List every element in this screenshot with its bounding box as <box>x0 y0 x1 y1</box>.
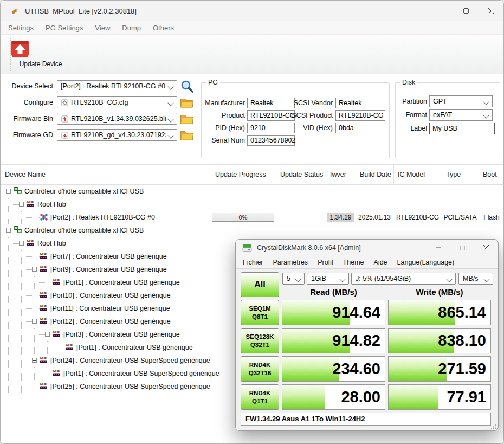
tree-guide-line <box>8 302 9 315</box>
disk-label-field[interactable]: My USB <box>429 123 495 134</box>
format-select[interactable]: exFAT <box>429 109 493 121</box>
menu-item-others[interactable]: Others <box>147 24 180 32</box>
chevron-down-icon <box>167 83 173 89</box>
menu-item-view[interactable]: View <box>89 24 116 32</box>
col-update-status[interactable]: Update Status <box>276 165 326 185</box>
firmware-bin-combo[interactable]: RTL9210B_v1.34.39.032625.bin <box>57 113 177 125</box>
browse-firmware-bin-button[interactable] <box>180 112 195 126</box>
firmware-gd-combo[interactable]: RTL9210B_gd_v4.30.23.071922.bin <box>57 129 177 141</box>
unit-select[interactable]: MB/s <box>458 273 493 285</box>
tree-row[interactable]: HUBRoot Hub <box>1 198 503 211</box>
cdm-close-button[interactable] <box>474 240 498 256</box>
tree-node-label: [Port24] : Concentrateur USB SuperSpeed … <box>50 354 210 367</box>
usb-hub-icon: HUB <box>53 278 61 287</box>
test-type-button[interactable]: RND4KQ1T1 <box>241 384 279 410</box>
col-update-progress[interactable]: Update Progress <box>211 165 276 185</box>
target-drive-select[interactable]: J: 5% (51/954GiB) <box>351 273 456 285</box>
usb-hub-icon: HUB <box>66 343 74 352</box>
tree-node-label: [Port7] : Concentrateur USB générique <box>50 250 167 263</box>
partition-select[interactable]: GPT <box>429 95 493 107</box>
tree-expander-collapse[interactable] <box>19 241 24 246</box>
type-cell: PCIE/SATA <box>442 211 479 224</box>
cdm-result-row: SEQ1MQ8T1914.64865.14 <box>236 300 498 325</box>
tree-row[interactable]: Contrôleur d’hôte compatible xHCI USB <box>1 185 503 198</box>
firmware-gd-label: Firmware GD <box>1 129 53 141</box>
cdm-maximize-button[interactable] <box>450 240 474 256</box>
test-type-button[interactable]: SEQ128KQ32T1 <box>241 328 279 353</box>
usb-hub-icon: HUB <box>40 304 48 313</box>
minimize-button[interactable] <box>429 1 454 21</box>
cdm-minimize-button[interactable] <box>427 240 450 256</box>
configure-combo[interactable]: RTL9210B_CG.cfg <box>57 96 177 108</box>
config-file-icon <box>61 99 68 106</box>
tree-row[interactable]: Contrôleur d’hôte compatible xHCI USB <box>1 224 503 237</box>
tree-expander-collapse[interactable] <box>45 332 50 337</box>
comment-box[interactable]: FW1.34.29 Asus A1 1To Win11-24H2 <box>241 413 491 426</box>
tree-connector <box>35 374 53 374</box>
close-button[interactable] <box>479 1 503 21</box>
tree-expander-collapse[interactable] <box>6 228 11 233</box>
tree-connector <box>22 387 40 387</box>
col-fwver[interactable]: fwver <box>326 165 356 185</box>
col-build-date[interactable]: Build Date <box>356 165 393 185</box>
update-device-button[interactable]: Update Device <box>10 39 71 68</box>
cdm-menu-parametres[interactable]: Paramètres <box>268 259 313 266</box>
manufacturer-label: Manufacturer <box>203 98 245 108</box>
test-type-button[interactable]: SEQ1MQ8T1 <box>241 300 279 325</box>
col-boot[interactable]: Boot <box>479 165 504 185</box>
serial-num-field[interactable]: 012345678902 <box>247 135 295 146</box>
search-device-button[interactable] <box>180 79 195 93</box>
col-ic-model[interactable]: IC Model <box>393 165 442 185</box>
tree-expander-collapse[interactable] <box>32 267 37 272</box>
read-speed-bar: 914.82 <box>282 328 385 353</box>
all-test-button[interactable]: All <box>241 272 279 297</box>
tree-connector <box>22 295 40 296</box>
speed-value: 234.60 <box>282 357 385 381</box>
cdm-menu-aide[interactable]: Aide <box>369 259 392 266</box>
usb-hub-icon: HUB <box>40 356 48 365</box>
cdm-menu-fichier[interactable]: Fichier <box>238 259 268 266</box>
menu-item-pg-settings[interactable]: PG Settings <box>40 24 89 32</box>
device-select-combo[interactable]: [Port2] : Realtek RTL9210B-CG #0 <box>57 80 177 92</box>
test-count-select[interactable]: 5 <box>282 273 305 285</box>
cdm-app-icon <box>242 243 252 252</box>
scsi-product-field[interactable]: RTL9210B-CG <box>335 110 385 121</box>
test-size-select[interactable]: 1GiB <box>307 273 349 285</box>
tree-connector <box>22 361 32 361</box>
tree-guide-line <box>8 354 9 367</box>
vid-field[interactable]: 0bda <box>335 123 385 133</box>
scsi-product-label: SCSI Product <box>282 110 333 121</box>
cdm-menu-theme[interactable]: Thème <box>338 259 369 266</box>
tree-row[interactable]: [Port2] : Realtek RTL9210B-CG #00%1.34.2… <box>1 211 503 224</box>
tree-expander-collapse[interactable] <box>19 202 24 207</box>
svg-text:HUB: HUB <box>40 305 47 308</box>
maximize-button[interactable] <box>454 1 479 21</box>
tree-node-label: [Port25] : Concentrateur USB SuperSpeed … <box>50 380 210 393</box>
grid-header: Device Name Update Progress Update Statu… <box>1 164 503 185</box>
speed-value: 77.91 <box>389 385 490 409</box>
resize-grip[interactable] <box>491 424 496 429</box>
col-device-name[interactable]: Device Name <box>1 165 211 185</box>
svg-text:HUB: HUB <box>27 201 34 204</box>
scsi-vendor-field[interactable]: Realtek <box>335 98 385 108</box>
cdm-window-title: CrystalDiskMark 8.0.6 x64 [Admin] <box>257 244 361 252</box>
toolbar: Update Device <box>1 35 503 75</box>
speed-value: 271.59 <box>389 357 490 381</box>
firmware-gd-file-icon <box>61 131 68 139</box>
usb-hub-icon: HUB <box>53 330 61 339</box>
browse-firmware-gd-button[interactable] <box>180 128 195 142</box>
partition-label: Partition <box>397 96 427 107</box>
menu-item-settings[interactable]: Settings <box>2 24 40 32</box>
cdm-menu-bar: Fichier Paramètres Profil Thème Aide Lan… <box>236 256 498 269</box>
cdm-menu-langue[interactable]: Langue(Language) <box>392 259 460 266</box>
tree-node-label: [Port10] : Concentrateur USB générique <box>50 289 171 302</box>
tree-expander-collapse[interactable] <box>32 319 37 324</box>
test-type-button[interactable]: RND4KQ32T16 <box>241 356 279 382</box>
tree-expander-collapse[interactable] <box>32 358 37 363</box>
col-type[interactable]: Type <box>442 165 479 185</box>
tree-expander-collapse[interactable] <box>6 189 11 194</box>
cdm-menu-profil[interactable]: Profil <box>313 259 338 266</box>
menu-item-dump[interactable]: Dump <box>116 24 147 32</box>
browse-config-button[interactable] <box>180 95 195 110</box>
write-speed-bar: 838.10 <box>388 328 491 353</box>
